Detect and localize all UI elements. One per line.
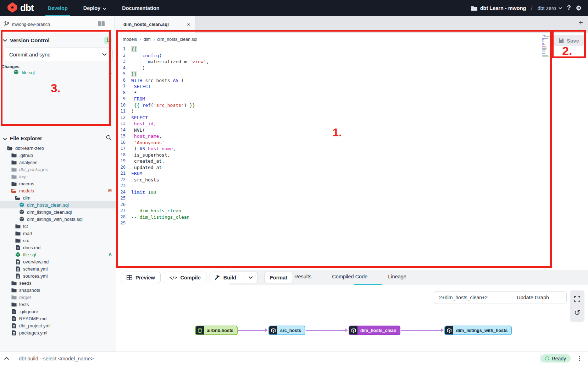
code-line-24[interactable]: 24limit 100 (116, 189, 588, 196)
code-line-12[interactable]: 12SELECT (116, 115, 588, 121)
build-button[interactable]: Build (210, 272, 258, 283)
changed-file-row[interactable]: file.sql A (0, 69, 116, 76)
code-line-26[interactable]: 26 (116, 202, 588, 208)
format-button[interactable]: Format (264, 272, 293, 283)
commit-and-sync-button[interactable]: Commit and sync (4, 48, 113, 61)
code-line-19[interactable]: 19 created_at, (116, 158, 588, 164)
code-line-8[interactable]: 8 * (116, 90, 588, 96)
code-line-22[interactable]: 22 src_hosts (116, 177, 588, 183)
nav-deploy[interactable]: Deploy (76, 0, 114, 16)
tree-item-sources-yml[interactable]: sources.yml (0, 272, 116, 279)
tree-item-src[interactable]: src (0, 237, 116, 244)
tree-item-dbt-project-yml[interactable]: dbt_project.yml (0, 322, 116, 329)
branch-name[interactable]: mwong-dev-branch (12, 22, 50, 27)
compile-button[interactable]: </> Compile (164, 272, 206, 283)
code-line-23[interactable]: 23 (116, 183, 588, 189)
code-line-25[interactable]: 25 (116, 195, 588, 202)
save-button[interactable]: Save (554, 35, 584, 46)
tree-item-snapshots[interactable]: snapshots (0, 287, 116, 294)
code-line-11[interactable]: 11) (116, 108, 588, 115)
build-options-dropdown[interactable] (244, 272, 257, 283)
fullscreen-icon[interactable] (574, 296, 580, 304)
tree-item-dbt-packages[interactable]: dbt_packages (0, 166, 116, 173)
tree-item-overview-md[interactable]: overview.md (0, 258, 116, 265)
tree-item--github[interactable]: .github (0, 152, 116, 159)
kebab-menu-icon[interactable]: ⋮ (576, 355, 582, 362)
tree-item-dim-listings-with-hosts-sql[interactable]: dim_listings_with_hosts.sql (0, 216, 116, 223)
lineage-node-dim-listings-with-hosts[interactable]: dim_listings_with_hosts (444, 326, 512, 335)
tree-item-seeds[interactable]: seeds (0, 279, 116, 287)
cli-command-input[interactable]: dbt build --select <model_name> (13, 356, 540, 361)
environment-switcher[interactable]: dbt zero (537, 5, 562, 11)
update-graph-button[interactable]: Update Graph (499, 291, 567, 304)
dbt-logo[interactable]: dbt (0, 0, 40, 16)
code-line-4[interactable]: 4 ) (116, 65, 588, 71)
split-panes-icon[interactable] (98, 21, 105, 28)
code-line-6[interactable]: 6WITH src_hosts AS ( (116, 77, 588, 84)
code-line-29[interactable]: 29 (116, 220, 588, 227)
code-line-16[interactable]: 16 'Anonymous' (116, 140, 588, 146)
commit-options-dropdown[interactable] (96, 48, 112, 61)
nav-develop[interactable]: Develop (40, 0, 75, 16)
tree-item-macros[interactable]: macros (0, 180, 116, 187)
tree-item-dim[interactable]: dim (0, 194, 116, 201)
lineage-node-dim-hosts-clean[interactable]: dim_hosts_clean (349, 326, 400, 335)
code-line-1[interactable]: 1{{ (116, 46, 588, 53)
project-switcher[interactable]: dbt Learn - mwong (471, 5, 526, 11)
code-line-7[interactable]: 7 SELECT (116, 83, 588, 90)
code-line-10[interactable]: 10 {{ ref('src_hosts') }} (116, 102, 588, 109)
tree-item-dbt-learn-zero[interactable]: dbt-learn-zero (0, 145, 116, 152)
lineage-node-src-hosts[interactable]: src_hosts (268, 326, 305, 335)
tree-item-tests[interactable]: tests (0, 301, 116, 308)
code-editor[interactable]: 1{{2 config(3 materialized = 'view',4 )5… (116, 46, 588, 268)
help-icon[interactable]: ? (567, 4, 571, 12)
code-line-18[interactable]: 18 is_superhost, (116, 152, 588, 158)
code-line-20[interactable]: 20 updated_at (116, 164, 588, 171)
tree-item-logs[interactable]: logs (0, 173, 116, 180)
code-line-13[interactable]: 13 host_id, (116, 121, 588, 127)
nav-documentation[interactable]: Documentation (114, 0, 167, 16)
new-tab-button[interactable]: + (578, 19, 583, 27)
tree-item--gitignore[interactable]: .gitignore (0, 308, 116, 315)
lineage-selector-input[interactable]: 2+dim_hosts_clean+2 (434, 291, 499, 304)
tab-compiled-code[interactable]: Compiled Code (327, 272, 372, 282)
breadcrumb-dim[interactable]: dim (144, 37, 151, 42)
gear-icon[interactable]: ⚙ (576, 4, 582, 12)
tree-item-file-sql[interactable]: file.sqlA (0, 251, 116, 258)
code-line-3[interactable]: 3 materialized = 'view', (116, 59, 588, 65)
file-explorer-header[interactable]: File Explorer (0, 131, 116, 146)
tree-item-dim-hosts-clean-sql[interactable]: dim_hosts_clean.sql (0, 201, 116, 208)
tree-item-packages-yml[interactable]: packages.yml (0, 329, 116, 336)
tree-item-docs-md[interactable]: docs.md (0, 244, 116, 251)
code-line-17[interactable]: 17 ) AS host_name, (116, 146, 588, 152)
tab-lineage[interactable]: Lineage (383, 272, 411, 282)
tree-item-models[interactable]: modelsM (0, 187, 116, 194)
code-line-5[interactable]: 5}} (116, 71, 588, 77)
reset-view-icon[interactable]: ↺ (574, 309, 581, 316)
tree-item-dim-listings-clean-sql[interactable]: dim_listings_clean.sql (0, 208, 116, 216)
code-line-14[interactable]: 14 NVL( (116, 127, 588, 134)
code-line-21[interactable]: 21FROM (116, 170, 588, 177)
chevron-up-icon[interactable] (0, 357, 13, 360)
tree-item-target[interactable]: target (0, 294, 116, 301)
version-control-header[interactable]: Version Control 1 (0, 33, 116, 48)
tree-item-readme-md[interactable]: README.md (0, 315, 116, 322)
tree-item-analyses[interactable]: analyses (0, 159, 116, 166)
code-line-15[interactable]: 15 host_name, (116, 133, 588, 140)
tab-results[interactable]: Results (289, 272, 316, 282)
tree-item-fct[interactable]: fct (0, 223, 116, 230)
code-line-2[interactable]: 2 config( (116, 53, 588, 59)
preview-button[interactable]: Preview (121, 272, 161, 283)
code-line-28[interactable]: 28-- dim_listings_clean (116, 214, 588, 220)
breadcrumb-file[interactable]: dim_hosts_clean.sql (157, 37, 197, 42)
code-line-9[interactable]: 9 FROM (116, 96, 588, 102)
search-icon[interactable] (106, 135, 112, 142)
lineage-node-airbnb-hosts[interactable]: airbnb.hosts (195, 326, 238, 335)
tab-dim-hosts-clean[interactable]: dim_hosts_clean.sql × (115, 16, 195, 33)
code-line-27[interactable]: 27-- dim_hosts_clean (116, 208, 588, 214)
close-icon[interactable]: × (187, 21, 190, 27)
minimap[interactable] (542, 34, 554, 58)
tree-item-schema-yml[interactable]: schema.yml (0, 265, 116, 272)
breadcrumb-models[interactable]: models (123, 37, 137, 42)
tree-item-mart[interactable]: mart (0, 230, 116, 237)
